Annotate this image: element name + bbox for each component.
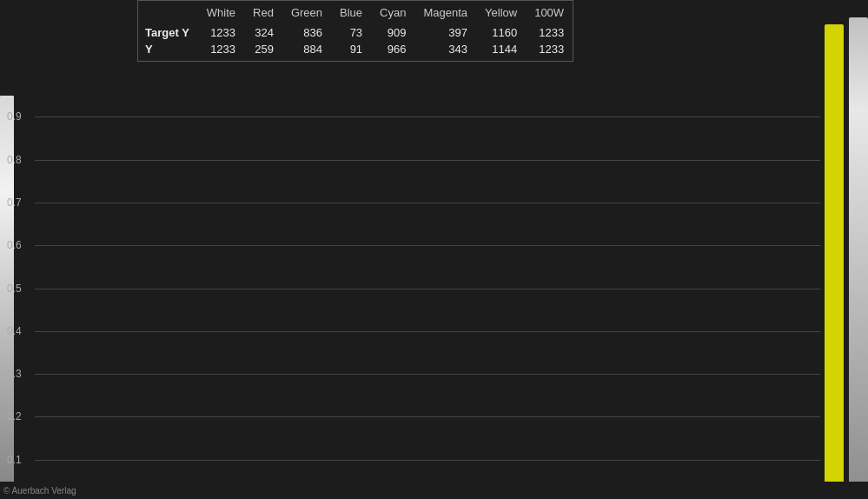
y-label-0.9: 0.9 — [7, 110, 22, 123]
target-y-cyan: 909 — [371, 23, 414, 41]
grid-0.7: 0.7 — [35, 203, 820, 203]
y-label-0.2: 0.2 — [7, 410, 22, 422]
col-header-magenta: Magenta — [414, 1, 476, 23]
grid-0.1: 0.1 — [35, 460, 820, 461]
target-y-label: Target Y — [138, 23, 198, 41]
col-header-label — [138, 1, 198, 23]
grid-0.3: 0.3 — [35, 374, 820, 375]
y-label: Y — [138, 41, 198, 61]
y-label-0.4: 0.4 — [7, 325, 22, 337]
grid-0.8: 0.8 — [35, 160, 820, 161]
y-row: Y 1233 259 884 91 966 343 1144 1233 — [138, 41, 573, 61]
copyright-text: © Auerbach Verlag — [3, 486, 76, 496]
target-y-green: 836 — [282, 23, 331, 41]
y-label-0.1: 0.1 — [7, 454, 22, 466]
y-yellow: 1144 — [476, 41, 526, 61]
target-y-white: 1233 — [198, 23, 244, 41]
y-label-0.7: 0.7 — [7, 196, 22, 209]
y-cyan: 966 — [371, 41, 414, 61]
y-label-0.3: 0.3 — [7, 368, 22, 380]
col-header-cyan: Cyan — [371, 1, 414, 23]
right-bar-yellow — [825, 24, 844, 482]
target-y-magenta: 397 — [414, 23, 476, 41]
col-header-white: White — [198, 1, 244, 23]
y-magenta: 343 — [414, 41, 476, 61]
grid-0.6: 0.6 — [35, 245, 820, 246]
data-table: White Red Green Blue Cyan Magenta Yellow… — [137, 0, 573, 62]
col-header-red: Red — [244, 1, 282, 23]
target-y-row: Target Y 1233 324 836 73 909 397 1160 12… — [138, 23, 573, 41]
col-header-green: Green — [282, 1, 331, 23]
grid-0.9: 0.9 — [35, 116, 820, 117]
grid-0.4: 0.4 — [35, 331, 820, 332]
col-header-yellow: Yellow — [476, 1, 526, 23]
target-y-yellow: 1160 — [476, 23, 526, 41]
chart-area: 0.9 0.8 0.7 0.6 0.5 0.4 0.3 0.2 0.1 — [35, 96, 820, 482]
y-label-0.8: 0.8 — [7, 154, 22, 166]
y-blue: 91 — [331, 41, 371, 61]
col-header-blue: Blue — [331, 1, 371, 23]
right-bar-100w — [849, 17, 868, 482]
target-y-red: 324 — [244, 23, 282, 41]
y-label-0.5: 0.5 — [7, 283, 22, 295]
y-label-0.6: 0.6 — [7, 239, 22, 251]
y-green: 884 — [282, 41, 331, 61]
grid-0.5: 0.5 — [35, 289, 820, 289]
y-100w: 1233 — [526, 41, 573, 61]
col-header-100w: 100W — [526, 1, 573, 23]
y-red: 259 — [244, 41, 282, 61]
grid-0.2: 0.2 — [35, 416, 820, 417]
target-y-blue: 73 — [331, 23, 371, 41]
y-white: 1233 — [198, 41, 244, 61]
target-y-100w: 1233 — [526, 23, 573, 41]
